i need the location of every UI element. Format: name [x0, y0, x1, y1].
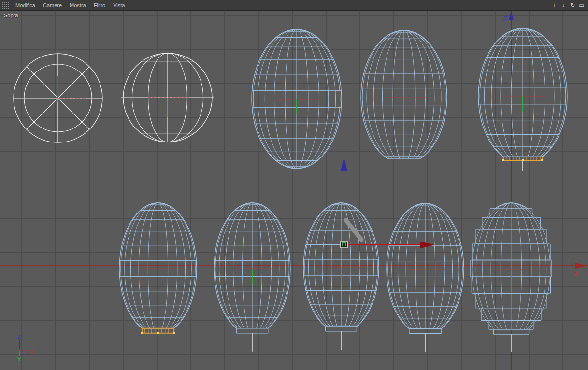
menu-items: ModificaCamereMostraFiltroVista [12, 1, 128, 10]
toggle-view-icon[interactable]: ▭ [578, 1, 586, 9]
selected-vertex-dot [141, 332, 143, 334]
viewport-background[interactable] [0, 11, 588, 370]
selected-vertex-dot [502, 159, 504, 161]
zoom-view-icon[interactable]: ↓ [559, 1, 567, 9]
x-axis-label: X [574, 270, 579, 277]
selected-vertex-dot [173, 332, 175, 334]
rotate-view-icon[interactable]: ↻ [569, 1, 576, 9]
pan-view-icon[interactable]: + [550, 1, 558, 9]
gizmo-handle[interactable] [341, 241, 347, 248]
sphere-top-view[interactable] [14, 54, 102, 142]
selected-vertex-dot [541, 159, 543, 161]
menu-item-camere[interactable]: Camere [40, 1, 65, 10]
scene-canvas[interactable]: XZZXY [0, 11, 588, 370]
menu-item-modifica[interactable]: Modifica [12, 1, 39, 10]
menu-bar: ModificaCamereMostraFiltroVista +↓↻▭ [0, 0, 588, 11]
mini-y-label: Y [17, 356, 21, 362]
menu-item-mostra[interactable]: Mostra [66, 1, 89, 10]
z-axis-label: Z [503, 15, 507, 23]
menu-item-filtro[interactable]: Filtro [90, 1, 109, 10]
mini-z-label: Z [17, 334, 21, 340]
view-name-label: Sopra [4, 13, 18, 18]
mini-x-label: X [30, 349, 34, 355]
viewport[interactable]: Sopra XZZXY [0, 11, 588, 370]
viewport-nav-icons: +↓↻▭ [550, 1, 586, 9]
menu-item-vista[interactable]: Vista [110, 1, 128, 10]
grip-icon[interactable] [1, 2, 9, 9]
